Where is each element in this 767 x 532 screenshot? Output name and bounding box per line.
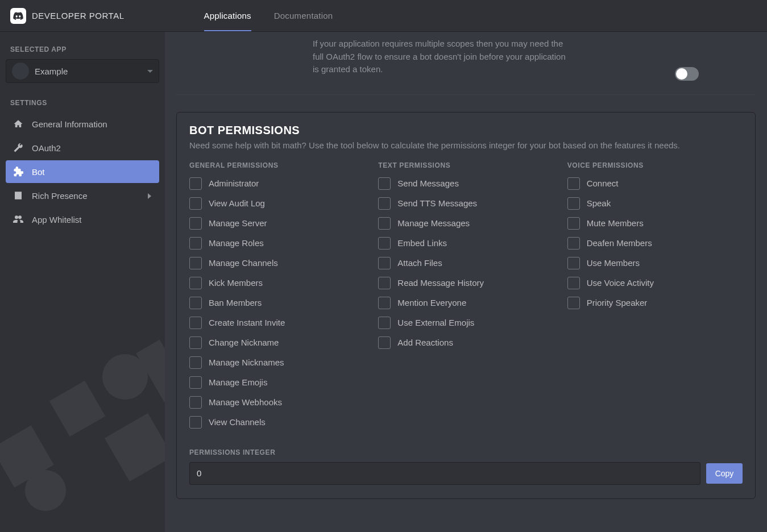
permission-send-messages[interactable]: Send Messages <box>378 177 553 190</box>
checkbox[interactable] <box>567 297 580 309</box>
checkbox[interactable] <box>189 197 202 210</box>
toggle-knob <box>676 68 687 80</box>
permission-label: Change Nickname <box>209 338 279 347</box>
sidebar-item-oauth2[interactable]: OAuth2 <box>6 136 159 159</box>
permission-label: Speak <box>587 198 611 208</box>
permission-manage-emojis[interactable]: Manage Emojis <box>189 376 364 389</box>
permission-manage-channels[interactable]: Manage Channels <box>189 257 364 269</box>
sidebar-item-general-information[interactable]: General Information <box>6 113 159 135</box>
permission-manage-nicknames[interactable]: Manage Nicknames <box>189 356 364 369</box>
permission-attach-files[interactable]: Attach Files <box>378 257 553 269</box>
permission-deafen-members[interactable]: Deafen Members <box>567 237 743 250</box>
permission-label: View Channels <box>209 417 266 427</box>
permission-connect[interactable]: Connect <box>567 177 743 190</box>
sidebar-item-label: Bot <box>32 167 45 177</box>
checkbox[interactable] <box>378 277 391 289</box>
permission-label: Deafen Members <box>587 238 652 248</box>
permission-kick-members[interactable]: Kick Members <box>189 277 364 289</box>
checkbox[interactable] <box>567 217 580 230</box>
checkbox[interactable] <box>378 197 391 210</box>
permission-view-channels[interactable]: View Channels <box>189 416 364 429</box>
permission-label: Create Instant Invite <box>209 318 285 327</box>
permission-read-message-history[interactable]: Read Message History <box>378 277 553 289</box>
checkbox[interactable] <box>378 336 391 349</box>
checkbox[interactable] <box>189 217 202 230</box>
topbar: DEVELOPER PORTAL Applications Documentat… <box>0 0 767 32</box>
permissions-integer-label: PERMISSIONS INTEGER <box>189 448 743 456</box>
checkbox[interactable] <box>567 277 580 289</box>
checkbox[interactable] <box>567 177 580 190</box>
checkbox[interactable] <box>189 237 202 250</box>
checkbox[interactable] <box>378 297 391 309</box>
checkbox[interactable] <box>378 177 391 190</box>
checkbox[interactable] <box>189 177 202 190</box>
permission-create-instant-invite[interactable]: Create Instant Invite <box>189 317 364 329</box>
permission-manage-server[interactable]: Manage Server <box>189 217 364 230</box>
topnav: Applications Documentation <box>204 0 333 31</box>
checkbox[interactable] <box>378 317 391 329</box>
app-selector[interactable]: Example <box>6 59 159 83</box>
permission-use-external-emojis[interactable]: Use External Emojis <box>378 317 553 329</box>
svg-rect-1 <box>49 381 105 437</box>
sidebar-item-rich-presence[interactable]: Rich Presence <box>6 184 159 207</box>
sidebar-item-bot[interactable]: Bot <box>6 160 159 183</box>
permission-use-members[interactable]: Use Members <box>567 257 743 269</box>
home-icon <box>13 118 24 130</box>
settings-nav: General Information OAuth2 Bot Rich Pres… <box>6 113 159 231</box>
permission-send-tts-messages[interactable]: Send TTS Messages <box>378 197 553 210</box>
voice-permissions-column: VOICE PERMISSIONS ConnectSpeakMute Membe… <box>567 161 743 436</box>
checkbox[interactable] <box>567 197 580 210</box>
permission-priority-speaker[interactable]: Priority Speaker <box>567 297 743 309</box>
permission-manage-webhooks[interactable]: Manage Webhooks <box>189 396 364 409</box>
checkbox[interactable] <box>189 297 202 309</box>
caret-down-icon <box>147 66 153 76</box>
tab-applications[interactable]: Applications <box>204 0 251 31</box>
oauth-scopes-toggle[interactable] <box>675 67 699 81</box>
permission-speak[interactable]: Speak <box>567 197 743 210</box>
checkbox[interactable] <box>189 336 202 349</box>
permission-change-nickname[interactable]: Change Nickname <box>189 336 364 349</box>
puzzle-icon <box>13 166 24 177</box>
permission-label: Send Messages <box>397 178 459 188</box>
checkbox[interactable] <box>189 277 202 289</box>
checkbox[interactable] <box>189 317 202 329</box>
permission-use-voice-activity[interactable]: Use Voice Activity <box>567 277 743 289</box>
permission-view-audit-log[interactable]: View Audit Log <box>189 197 364 210</box>
checkbox[interactable] <box>378 237 391 250</box>
checkbox[interactable] <box>189 396 202 409</box>
sidebar-item-label: Rich Presence <box>32 191 88 201</box>
people-icon <box>13 214 24 225</box>
permission-embed-links[interactable]: Embed Links <box>378 237 553 250</box>
permission-label: Administrator <box>209 178 259 188</box>
checkbox[interactable] <box>189 376 202 389</box>
general-permissions-header: GENERAL PERMISSIONS <box>189 161 364 169</box>
permission-mention-everyone[interactable]: Mention Everyone <box>378 297 553 309</box>
permission-administrator[interactable]: Administrator <box>189 177 364 190</box>
permission-manage-roles[interactable]: Manage Roles <box>189 237 364 250</box>
checkbox[interactable] <box>189 356 202 369</box>
card-title: BOT PERMISSIONS <box>189 124 743 137</box>
voice-permissions-header: VOICE PERMISSIONS <box>567 161 743 169</box>
checkbox[interactable] <box>378 257 391 269</box>
permission-add-reactions[interactable]: Add Reactions <box>378 336 553 349</box>
permission-ban-members[interactable]: Ban Members <box>189 297 364 309</box>
checkbox[interactable] <box>567 257 580 269</box>
sidebar-item-label: OAuth2 <box>32 143 61 153</box>
permission-manage-messages[interactable]: Manage Messages <box>378 217 553 230</box>
permission-label: Send TTS Messages <box>397 198 477 208</box>
permissions-integer-input[interactable] <box>189 462 700 485</box>
permission-mute-members[interactable]: Mute Members <box>567 217 743 230</box>
permission-label: Embed Links <box>397 238 447 248</box>
tab-documentation[interactable]: Documentation <box>274 0 333 31</box>
general-permissions-column: GENERAL PERMISSIONS AdministratorView Au… <box>189 161 364 436</box>
permission-label: Manage Messages <box>397 218 470 228</box>
permission-label: Kick Members <box>209 278 263 288</box>
checkbox[interactable] <box>189 416 202 429</box>
copy-button[interactable]: Copy <box>706 463 743 484</box>
checkbox[interactable] <box>189 257 202 269</box>
checkbox[interactable] <box>378 217 391 230</box>
discord-logo-icon <box>10 8 26 24</box>
oauth-scopes-description: If your application requires multiple sc… <box>313 38 568 76</box>
checkbox[interactable] <box>567 237 580 250</box>
sidebar-item-app-whitelist[interactable]: App Whitelist <box>6 208 159 231</box>
